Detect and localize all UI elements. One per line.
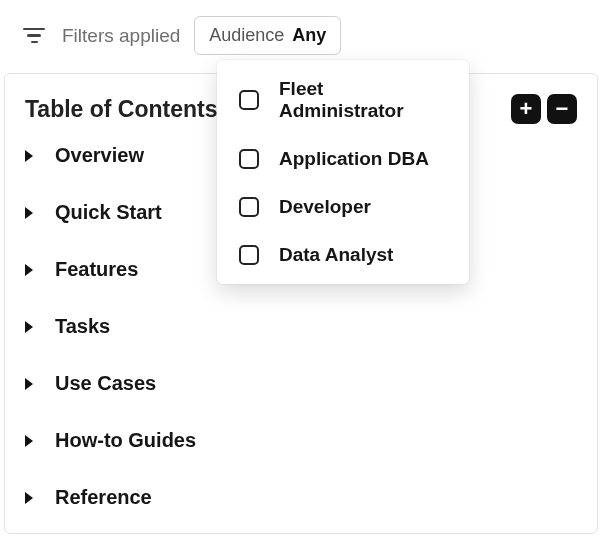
- checkbox-icon[interactable]: [239, 245, 259, 265]
- triangle-right-icon: [25, 207, 33, 219]
- toc-item-label: Tasks: [55, 315, 110, 338]
- audience-option-label: Data Analyst: [279, 244, 393, 266]
- toc-item-label: Reference: [55, 486, 152, 509]
- audience-option-data-analyst[interactable]: Data Analyst: [239, 244, 449, 266]
- toc-title: Table of Contents: [25, 96, 218, 123]
- filter-icon[interactable]: [20, 26, 48, 46]
- toc-item-label: How-to Guides: [55, 429, 196, 452]
- filters-applied-label: Filters applied: [62, 25, 180, 47]
- audience-option-label: Developer: [279, 196, 371, 218]
- audience-option-developer[interactable]: Developer: [239, 196, 449, 218]
- content-panel: Table of Contents + − Overview Quick Sta…: [4, 73, 598, 534]
- plus-icon: +: [520, 98, 533, 120]
- collapse-all-button[interactable]: −: [547, 94, 577, 124]
- triangle-right-icon: [25, 378, 33, 390]
- toc-item-label: Features: [55, 258, 138, 281]
- expand-all-button[interactable]: +: [511, 94, 541, 124]
- checkbox-icon[interactable]: [239, 197, 259, 217]
- triangle-right-icon: [25, 435, 33, 447]
- audience-option-application-dba[interactable]: Application DBA: [239, 148, 449, 170]
- toc-item-label: Use Cases: [55, 372, 156, 395]
- triangle-right-icon: [25, 264, 33, 276]
- expand-collapse-group: + −: [511, 94, 577, 124]
- audience-dropdown[interactable]: Fleet Administrator Application DBA Deve…: [217, 60, 469, 284]
- triangle-right-icon: [25, 150, 33, 162]
- audience-filter-label: Audience: [209, 25, 284, 46]
- audience-option-fleet-administrator[interactable]: Fleet Administrator: [239, 78, 449, 122]
- triangle-right-icon: [25, 321, 33, 333]
- toc-item-label: Overview: [55, 144, 144, 167]
- toc-item-label: Quick Start: [55, 201, 162, 224]
- toc-item-use-cases[interactable]: Use Cases: [25, 372, 577, 395]
- filter-bar: Filters applied Audience Any: [0, 0, 602, 63]
- audience-filter-value: Any: [292, 25, 326, 46]
- audience-filter-chip[interactable]: Audience Any: [194, 16, 341, 55]
- triangle-right-icon: [25, 492, 33, 504]
- toc-item-tasks[interactable]: Tasks: [25, 315, 577, 338]
- toc-item-how-to-guides[interactable]: How-to Guides: [25, 429, 577, 452]
- audience-option-label: Fleet Administrator: [279, 78, 449, 122]
- minus-icon: −: [556, 98, 569, 120]
- checkbox-icon[interactable]: [239, 90, 259, 110]
- audience-option-label: Application DBA: [279, 148, 429, 170]
- checkbox-icon[interactable]: [239, 149, 259, 169]
- toc-item-reference[interactable]: Reference: [25, 486, 577, 509]
